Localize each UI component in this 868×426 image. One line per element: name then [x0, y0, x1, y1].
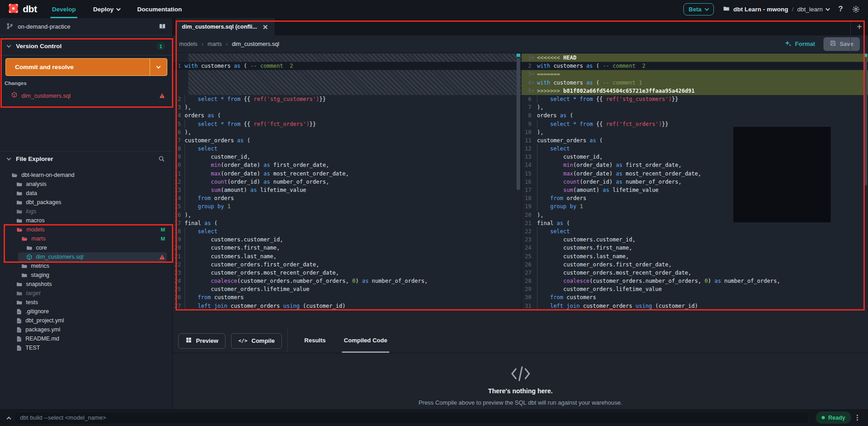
breadcrumb-models[interactable]: models [179, 41, 197, 47]
changed-file-dim_customers.sql[interactable]: dim_customers.sql [0, 89, 172, 102]
tree-item-dim_customers.sql[interactable]: dim_customers.sql [0, 252, 172, 261]
format-button[interactable]: Format [785, 40, 815, 48]
code-line: 31 left join customer_orders using (cust… [522, 302, 868, 310]
code-line: 28 coalesce(customer_orders.number_of_or… [522, 277, 868, 285]
tree-item-macros[interactable]: macros [0, 216, 172, 225]
code-pane-current[interactable]: 1with customers as ( -- comment 2 2 sele… [173, 53, 522, 311]
commit-and-resolve-button[interactable]: Commit and resolve [5, 58, 167, 76]
save-button[interactable]: Save [823, 37, 860, 51]
tree-item-metrics[interactable]: metrics [0, 261, 172, 271]
deleted-lines-hatch [188, 70, 521, 95]
tab-results[interactable]: Results [302, 329, 327, 353]
tree-item-models[interactable]: modelsM [0, 225, 172, 234]
scrollbar[interactable] [517, 54, 520, 190]
file-explorer-header[interactable]: File Explorer [0, 151, 172, 166]
code-line: 24 customers.first_name, [522, 244, 868, 252]
dbt-logo[interactable]: dbt [7, 2, 37, 16]
nav-develop[interactable]: Develop [50, 0, 77, 18]
code-line: 6 select * from {{ ref('stg_customers')}… [522, 95, 868, 103]
dbt-logo-icon [7, 2, 20, 16]
kebab-menu-icon[interactable] [857, 417, 858, 418]
tree-item-packages.yml[interactable]: packages.yml [0, 325, 172, 334]
code-line: 9 customer_id, [173, 153, 521, 161]
tree-item-marts[interactable]: martsM [0, 234, 172, 243]
tree-item-tests[interactable]: tests [0, 298, 172, 307]
code-line: 25 customers.last_name, [522, 252, 868, 261]
dbt-logo-text: dbt [23, 4, 37, 15]
docs-book-icon[interactable] [159, 23, 166, 30]
tab-compiled-code[interactable]: Compiled Code [342, 329, 389, 353]
preview-button[interactable]: Preview [178, 333, 226, 349]
command-bar: Ready [0, 409, 868, 426]
tree-item-core[interactable]: core [0, 243, 172, 252]
nav-deploy[interactable]: Deploy [92, 0, 121, 18]
compile-button[interactable]: </> Compile [231, 333, 282, 349]
breadcrumb-marts[interactable]: marts [207, 41, 221, 47]
chevron-up-icon[interactable] [7, 416, 11, 421]
folder-icon [16, 181, 22, 187]
code-line: 14 from orders [173, 194, 521, 202]
editor-area: dim_customers.sql (confli... ✕ + models … [173, 18, 868, 409]
project-name: dbt Learn - mwong [733, 6, 788, 13]
environment-selector[interactable]: dbt_learn [797, 6, 829, 13]
tree-item-README.md[interactable]: README.md [0, 334, 172, 343]
code-line: 19 customers.customer_id, [173, 236, 521, 244]
command-input[interactable] [14, 411, 809, 424]
chevron-down-icon [7, 156, 11, 160]
nav-documentation[interactable]: Documentation [136, 0, 183, 18]
breadcrumb-file[interactable]: dim_customers.sql [232, 41, 279, 47]
tree-item-data[interactable]: data [0, 189, 172, 198]
branch-selector[interactable]: on-demand-practice [0, 18, 172, 35]
code-line: 7 ), [522, 103, 868, 111]
file-icon [16, 336, 22, 342]
code-line: 11 max(order_date) as most_recent_order_… [173, 170, 521, 178]
sparkle-icon [785, 40, 792, 48]
code-line: 8 select [173, 145, 521, 153]
scrollbar[interactable] [863, 54, 867, 185]
tab-dim-customers[interactable]: dim_customers.sql (confli... ✕ [176, 18, 275, 35]
search-icon[interactable] [158, 155, 165, 162]
scroll-marker [517, 54, 520, 57]
beta-dropdown[interactable]: Beta [683, 3, 714, 15]
code-line: 3), [173, 103, 521, 111]
code-line: 29 customer_orders.lifetime_value [522, 285, 868, 293]
folder-icon [16, 218, 22, 224]
tree-item-target[interactable]: target [0, 289, 172, 298]
close-icon[interactable]: ✕ [262, 24, 268, 30]
version-control-header[interactable]: Version Control 1 [0, 39, 172, 54]
status-badge[interactable]: Ready [816, 411, 851, 424]
tree-item-dbt-learn-on-demand[interactable]: dbt-learn-on-demand [0, 170, 172, 180]
tree-item-.gitignore[interactable]: .gitignore [0, 307, 172, 316]
code-line: 8 orders as ( [522, 111, 868, 120]
empty-state: There's nothing here. Press Compile abov… [173, 353, 868, 409]
help-icon[interactable]: ? [838, 5, 843, 14]
scroll-marker [863, 54, 867, 57]
file-icon [16, 345, 22, 351]
code-line: 12 count(order_id) as number_of_orders, [173, 178, 521, 186]
merge-conflict-editor: 1with customers as ( -- comment 2 2 sele… [173, 53, 868, 311]
tree-item-dbt_packages[interactable]: dbt_packages [0, 198, 172, 207]
tree-item-TEST[interactable]: TEST [0, 343, 172, 352]
code-line: 6), [173, 128, 521, 136]
code-line: 24 coalesce(customer_orders.number_of_or… [173, 277, 521, 285]
chevron-down-icon [704, 6, 709, 11]
tree-item-analysis[interactable]: analysis [0, 180, 172, 189]
commit-options-caret[interactable] [150, 59, 167, 75]
tree-item-logs[interactable]: logs [0, 207, 172, 216]
folder-icon [11, 172, 18, 178]
code-line: 25 customer_orders.lifetime_value [173, 285, 521, 293]
results-panel: Preview </> Compile Results Compiled Cod… [173, 311, 868, 409]
project-selector[interactable]: dbt Learn - mwong / dbt_learn [723, 5, 829, 13]
deleted-lines-hatch [188, 54, 521, 62]
tree-item-snapshots[interactable]: snapshots [0, 280, 172, 289]
dbt-cloud-ide: dbt Develop Deploy Documentation Beta db… [0, 0, 868, 426]
code-line: 1with customers as ( -- comment 2 [173, 62, 521, 70]
empty-state-title: There's nothing here. [488, 387, 553, 395]
gear-icon[interactable] [852, 5, 860, 13]
folder-icon [21, 272, 27, 278]
new-tab-button[interactable]: + [853, 21, 865, 33]
editor-tab-bar: dim_customers.sql (confli... ✕ + [173, 18, 868, 35]
tree-item-dbt_project.yml[interactable]: dbt_project.yml [0, 316, 172, 325]
code-line: 22 select [522, 227, 868, 236]
tree-item-staging[interactable]: staging [0, 271, 172, 280]
